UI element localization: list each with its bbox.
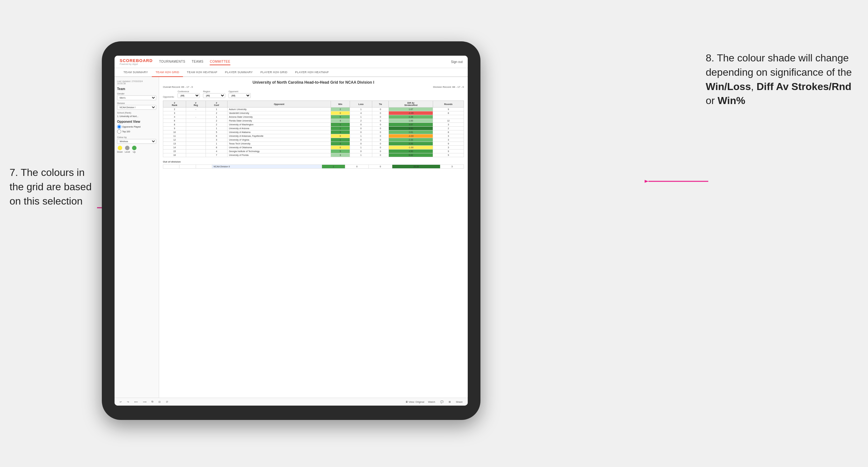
cell-rank: 10 [163,130,186,134]
cell-opponent: University of Alabama [227,130,331,134]
opponent-select[interactable]: (All) [228,93,251,98]
redo-button[interactable]: ↪ [126,400,130,404]
copy-button[interactable]: ⧉ [150,400,155,404]
cell-tie: 0 [372,138,389,142]
cell-conf: 1 [206,107,227,111]
cell-rank: 9 [163,127,186,130]
share-button[interactable]: Share [455,400,464,404]
cell-conf: 2 [206,111,227,115]
cell-diff-av: -4.33 [389,134,433,138]
subnav-team-h2h-heatmap[interactable]: TEAM H2H HEATMAP [183,68,221,76]
table-row: 12 3 University of Virginia 1 0 0 2.33 3 [163,138,464,142]
cell-opponent: University of Florida [227,153,331,157]
subnav-player-h2h-heatmap[interactable]: PLAYER H2H HEATMAP [291,68,333,76]
sub-nav: TEAM SUMMARY TEAM H2H GRID TEAM H2H HEAT… [115,68,468,77]
cell-reg [186,150,206,153]
table-row: 3 2 Vanderbilt University 0 4 0 -2.29 8 [163,111,464,115]
tablet-screen: SCOREBOARD Powered by clippd TOURNAMENTS… [115,56,468,406]
forward-button[interactable]: ⟶ [142,400,148,404]
out-of-division-table: NCAA Division II 1 0 0 26.00 3 [163,164,464,168]
table-row: 9 1 University of Arizona 1 0 0 9.00 2 [163,127,464,130]
cell-rounds: 3 [433,134,464,138]
cell-tie: 0 [369,165,392,168]
nav-tournaments[interactable]: TOURNAMENTS [159,59,186,65]
cell-reg: - [186,115,206,119]
cell-rank: 13 [163,142,186,146]
paste-button[interactable]: ⊡ [157,400,162,404]
table-row: 15 4 Georgia Institute of Technology 5 0… [163,150,464,153]
grid-title: University of North Carolina Head-to-Hea… [163,80,464,85]
cell-opponent: University of Arkansas, Fayetteville [227,134,331,138]
cell-win: 1 [331,127,350,130]
cell-diff-av: 4.50 [389,150,433,153]
table-row: 4 - 1 Arizona State University 5 1 0 2.2… [163,115,464,119]
watch-button[interactable]: Watch [427,400,436,404]
subnav-player-h2h-grid[interactable]: PLAYER H2H GRID [256,68,291,76]
region-select[interactable]: (All) [203,93,225,98]
cell-reg [186,130,206,134]
toolbar-actions: Watch 💬 ⊞ Share [427,400,464,404]
subnav-team-summary[interactable]: TEAM SUMMARY [120,68,152,76]
cell-loss: 0 [350,142,372,146]
cell-conf: 2 [206,123,227,127]
cell-tie: 0 [372,115,389,119]
cell-win: 3 [331,153,350,157]
cell-tie: 0 [372,146,389,150]
level-dot [125,146,129,150]
table-row: 11 6 University of Arkansas, Fayettevill… [163,134,464,138]
cell-conf: 6 [206,146,227,150]
cell-opponent: University of Arizona [227,127,331,130]
undo-button[interactable]: ↩ [118,400,123,404]
cell-rounds: 9 [433,153,464,157]
cell-win: 0 [331,134,350,138]
table-header-row: #Rank #Reg #Conf Opponent Win Loss Tie D… [163,101,464,107]
table-row: 6 2 Florida State University 4 2 0 1.83 … [163,119,464,123]
colour-by-section: Colour by Win/loss Diff Av Strokes/Rnd W… [117,136,156,144]
cell-rounds: 9 [433,107,464,111]
cell-opponent: Georgia Institute of Technology [227,150,331,153]
cell-rounds: 2 [433,127,464,130]
subnav-player-summary[interactable]: PLAYER SUMMARY [221,68,256,76]
opponents-played-radio[interactable]: Opponents Played [117,125,156,129]
cell-tie: 0 [372,107,389,111]
sign-out-button[interactable]: Sign out [451,60,463,64]
subnav-team-h2h-grid[interactable]: TEAM H2H GRID [152,68,183,77]
comment-button[interactable]: 💬 [439,400,445,404]
cell-loss: 1 [350,153,372,157]
cell-loss: 0 [350,138,372,142]
nav-teams[interactable]: TEAMS [191,59,203,65]
cell-loss: 0 [350,123,372,127]
clock-button[interactable]: ⏱ [164,400,169,404]
cell-rank: 11 [163,134,186,138]
cell-tie: 0 [372,134,389,138]
cell-diff-av: 3.67 [389,123,433,127]
gender-select[interactable]: Men's [117,95,156,100]
colour-by-select[interactable]: Win/loss Diff Av Strokes/Rnd Win% [117,139,156,144]
cell-tie: 0 [372,119,389,123]
cell-conf [196,165,212,168]
back-button[interactable]: ⟵ [133,400,139,404]
cell-loss: 1 [350,107,372,111]
opponent-radio-group: Opponents Played Top 100 [117,125,156,134]
colour-legend: Down Level Up [117,146,156,153]
top100-radio[interactable]: Top 100 [117,129,156,134]
school-value: 1. University of Nort... [117,115,156,117]
cell-opponent: Arizona State University [227,115,331,119]
cell-loss: 0 [350,130,372,134]
cell-opponent: University of Oklahoma [227,146,331,150]
conference-select[interactable]: (All) [178,93,200,98]
table-row: 10 5 University of Alabama 3 0 0 2.61 8 [163,130,464,134]
up-dot [132,146,136,150]
cell-reg [186,127,206,130]
cell-loss: 4 [350,111,372,115]
cell-reg [186,119,206,123]
cell-win: 3 [331,142,350,146]
cell-rank: 4 [163,115,186,119]
nav-committee[interactable]: COMMITTEE [210,59,230,65]
grid-button[interactable]: ⊞ [447,400,452,404]
gender-label: Gender [117,93,156,95]
cell-loss: 1 [350,115,372,119]
col-rank: #Rank [163,101,186,107]
cell-rounds: 3 [433,138,464,142]
division-select[interactable]: NCAA Division I [117,105,156,110]
